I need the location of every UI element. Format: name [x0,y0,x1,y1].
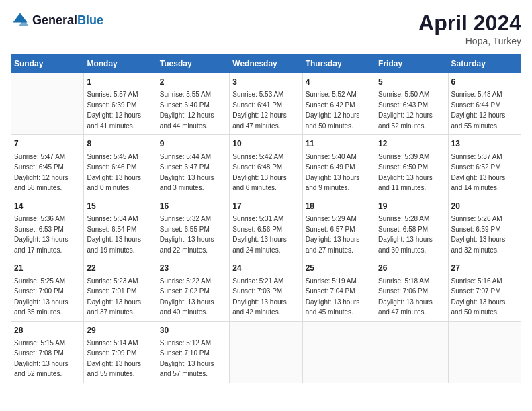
calendar-cell: 25Sunrise: 5:19 AM Sunset: 7:04 PM Dayli… [302,259,375,321]
day-number: 25 [306,263,372,274]
calendar-cell: 6Sunrise: 5:48 AM Sunset: 6:44 PM Daylig… [448,73,521,135]
page-header: GeneralBlue April 2024 Hopa, Turkey [11,11,521,46]
calendar-cell: 19Sunrise: 5:28 AM Sunset: 6:58 PM Dayli… [375,197,448,259]
calendar-week-3: 14Sunrise: 5:36 AM Sunset: 6:53 PM Dayli… [11,197,521,259]
logo-text-blue: Blue [77,13,103,27]
calendar-cell: 27Sunrise: 5:16 AM Sunset: 7:07 PM Dayli… [448,259,521,321]
day-number: 16 [160,201,226,212]
day-info: Sunrise: 5:48 AM Sunset: 6:44 PM Dayligh… [451,91,506,130]
calendar-cell [11,73,84,135]
day-info: Sunrise: 5:50 AM Sunset: 6:43 PM Dayligh… [378,91,433,130]
weekday-header-friday: Friday [375,55,448,73]
day-info: Sunrise: 5:19 AM Sunset: 7:04 PM Dayligh… [306,277,360,316]
day-number: 9 [160,138,226,150]
day-number: 4 [306,77,372,88]
calendar-cell: 10Sunrise: 5:42 AM Sunset: 6:48 PM Dayli… [230,135,302,197]
calendar-cell: 26Sunrise: 5:18 AM Sunset: 7:06 PM Dayli… [375,259,448,321]
calendar-cell [230,321,302,383]
day-info: Sunrise: 5:16 AM Sunset: 7:07 PM Dayligh… [451,277,506,316]
day-info: Sunrise: 5:25 AM Sunset: 7:00 PM Dayligh… [14,277,69,316]
calendar-cell: 1Sunrise: 5:57 AM Sunset: 6:39 PM Daylig… [84,73,157,135]
day-number: 7 [14,138,81,150]
calendar-header: SundayMondayTuesdayWednesdayThursdayFrid… [11,55,521,73]
day-number: 2 [160,77,226,88]
day-info: Sunrise: 5:53 AM Sunset: 6:41 PM Dayligh… [232,91,287,130]
day-info: Sunrise: 5:47 AM Sunset: 6:45 PM Dayligh… [14,153,69,192]
day-number: 26 [378,263,445,274]
calendar-cell [375,321,448,383]
calendar-cell: 11Sunrise: 5:40 AM Sunset: 6:49 PM Dayli… [302,135,375,197]
logo: GeneralBlue [11,11,103,30]
calendar-week-2: 7Sunrise: 5:47 AM Sunset: 6:45 PM Daylig… [11,135,521,197]
day-info: Sunrise: 5:31 AM Sunset: 6:56 PM Dayligh… [232,215,287,254]
weekday-header-monday: Monday [84,55,157,73]
day-number: 24 [232,263,299,274]
day-info: Sunrise: 5:36 AM Sunset: 6:53 PM Dayligh… [14,215,69,254]
day-number: 21 [14,263,81,274]
calendar-table: SundayMondayTuesdayWednesdayThursdayFrid… [11,54,521,383]
calendar-location: Hopa, Turkey [418,36,521,46]
calendar-cell: 30Sunrise: 5:12 AM Sunset: 7:10 PM Dayli… [157,321,229,383]
calendar-cell: 15Sunrise: 5:34 AM Sunset: 6:54 PM Dayli… [84,197,157,259]
calendar-cell [302,321,375,383]
day-info: Sunrise: 5:18 AM Sunset: 7:06 PM Dayligh… [378,277,433,316]
weekday-header-tuesday: Tuesday [157,55,229,73]
day-number: 28 [14,325,81,336]
day-number: 1 [87,77,153,88]
weekday-header-row: SundayMondayTuesdayWednesdayThursdayFrid… [11,55,521,73]
calendar-cell: 29Sunrise: 5:14 AM Sunset: 7:09 PM Dayli… [84,321,157,383]
calendar-week-4: 21Sunrise: 5:25 AM Sunset: 7:00 PM Dayli… [11,259,521,321]
calendar-cell: 20Sunrise: 5:26 AM Sunset: 6:59 PM Dayli… [448,197,521,259]
calendar-cell: 23Sunrise: 5:22 AM Sunset: 7:02 PM Dayli… [157,259,229,321]
calendar-cell: 13Sunrise: 5:37 AM Sunset: 6:52 PM Dayli… [448,135,521,197]
day-info: Sunrise: 5:52 AM Sunset: 6:42 PM Dayligh… [306,91,360,130]
calendar-cell: 16Sunrise: 5:32 AM Sunset: 6:55 PM Dayli… [157,197,229,259]
day-number: 20 [451,201,518,212]
title-block: April 2024 Hopa, Turkey [418,11,521,46]
day-info: Sunrise: 5:14 AM Sunset: 7:09 PM Dayligh… [87,339,141,378]
calendar-week-1: 1Sunrise: 5:57 AM Sunset: 6:39 PM Daylig… [11,73,521,135]
day-info: Sunrise: 5:26 AM Sunset: 6:59 PM Dayligh… [451,215,506,254]
calendar-body: 1Sunrise: 5:57 AM Sunset: 6:39 PM Daylig… [11,73,521,383]
day-number: 11 [306,138,372,150]
day-number: 27 [451,263,518,274]
day-info: Sunrise: 5:22 AM Sunset: 7:02 PM Dayligh… [160,277,214,316]
day-number: 23 [160,263,226,274]
weekday-header-saturday: Saturday [448,55,521,73]
day-number: 5 [378,77,445,88]
calendar-cell: 5Sunrise: 5:50 AM Sunset: 6:43 PM Daylig… [375,73,448,135]
calendar-cell: 18Sunrise: 5:29 AM Sunset: 6:57 PM Dayli… [302,197,375,259]
day-number: 19 [378,201,445,212]
calendar-week-5: 28Sunrise: 5:15 AM Sunset: 7:08 PM Dayli… [11,321,521,383]
calendar-cell: 12Sunrise: 5:39 AM Sunset: 6:50 PM Dayli… [375,135,448,197]
day-number: 12 [378,138,445,150]
day-info: Sunrise: 5:44 AM Sunset: 6:47 PM Dayligh… [160,153,214,192]
calendar-cell: 8Sunrise: 5:45 AM Sunset: 6:46 PM Daylig… [84,135,157,197]
day-info: Sunrise: 5:32 AM Sunset: 6:55 PM Dayligh… [160,215,214,254]
weekday-header-sunday: Sunday [11,55,84,73]
day-info: Sunrise: 5:34 AM Sunset: 6:54 PM Dayligh… [87,215,141,254]
day-number: 8 [87,138,153,150]
day-number: 6 [451,77,518,88]
calendar-cell: 7Sunrise: 5:47 AM Sunset: 6:45 PM Daylig… [11,135,84,197]
day-number: 14 [14,201,81,212]
day-info: Sunrise: 5:28 AM Sunset: 6:58 PM Dayligh… [378,215,433,254]
day-info: Sunrise: 5:15 AM Sunset: 7:08 PM Dayligh… [14,339,69,378]
calendar-cell: 24Sunrise: 5:21 AM Sunset: 7:03 PM Dayli… [230,259,302,321]
calendar-cell: 9Sunrise: 5:44 AM Sunset: 6:47 PM Daylig… [157,135,229,197]
calendar-cell: 17Sunrise: 5:31 AM Sunset: 6:56 PM Dayli… [230,197,302,259]
logo-icon [11,11,30,30]
day-info: Sunrise: 5:39 AM Sunset: 6:50 PM Dayligh… [378,153,433,192]
day-number: 3 [232,77,299,88]
calendar-cell: 4Sunrise: 5:52 AM Sunset: 6:42 PM Daylig… [302,73,375,135]
calendar-cell: 3Sunrise: 5:53 AM Sunset: 6:41 PM Daylig… [230,73,302,135]
calendar-cell: 28Sunrise: 5:15 AM Sunset: 7:08 PM Dayli… [11,321,84,383]
day-number: 30 [160,325,226,336]
day-info: Sunrise: 5:55 AM Sunset: 6:40 PM Dayligh… [160,91,214,130]
day-info: Sunrise: 5:23 AM Sunset: 7:01 PM Dayligh… [87,277,141,316]
calendar-cell: 21Sunrise: 5:25 AM Sunset: 7:00 PM Dayli… [11,259,84,321]
day-number: 17 [232,201,299,212]
calendar-title: April 2024 [418,11,521,36]
day-number: 29 [87,325,153,336]
day-number: 18 [306,201,372,212]
